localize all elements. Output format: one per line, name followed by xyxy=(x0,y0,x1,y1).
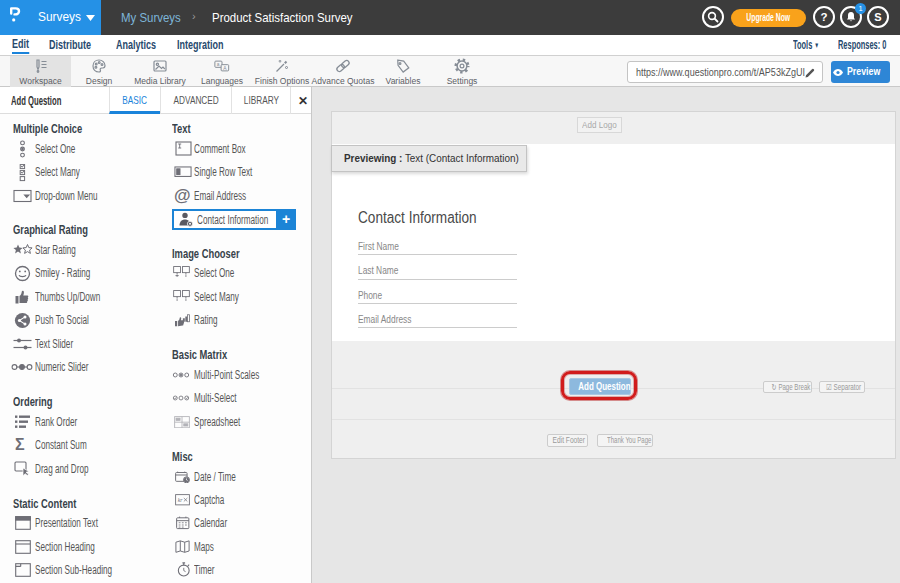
svg-text:kr: kr xyxy=(178,497,184,503)
svg-text:a: a xyxy=(217,62,220,67)
